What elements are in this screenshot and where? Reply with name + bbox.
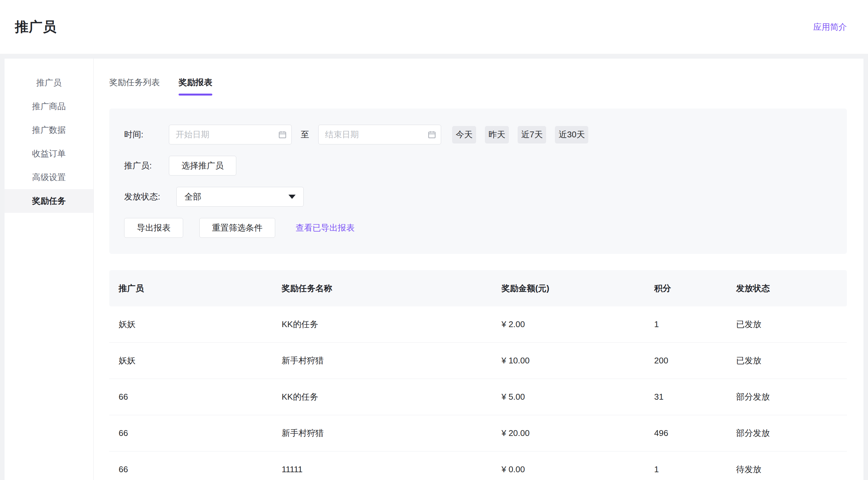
cell-points: 1 <box>645 465 727 475</box>
main-card: 推广员 推广商品 推广数据 收益订单 高级设置 奖励任务 奖励任务列表 奖励报表… <box>4 59 864 480</box>
active-tab-underline <box>179 94 212 96</box>
cell-status: 部分发放 <box>727 391 847 403</box>
cell-task-name: 新手村狩猎 <box>272 427 492 439</box>
cell-amount: ¥ 5.00 <box>492 392 645 402</box>
col-header-promoter: 推广员 <box>109 283 272 294</box>
tab-label: 奖励报表 <box>179 77 212 87</box>
cell-task-name: 11111 <box>272 465 492 475</box>
table-row: 妖妖 新手村狩猎 ¥ 10.00 200 已发放 <box>109 343 847 379</box>
quick-range-30days[interactable]: 近30天 <box>555 126 588 143</box>
calendar-icon <box>278 130 287 139</box>
quick-range-today[interactable]: 今天 <box>452 126 476 143</box>
sidebar-item-promo-goods[interactable]: 推广商品 <box>4 95 93 118</box>
cell-status: 待发放 <box>727 464 847 475</box>
sidebar-item-income-orders[interactable]: 收益订单 <box>4 142 93 166</box>
col-header-amount: 奖励金额(元) <box>492 283 645 294</box>
cell-status: 部分发放 <box>727 427 847 439</box>
cell-task-name: 新手村狩猎 <box>272 355 492 366</box>
sidebar-item-advanced-settings[interactable]: 高级设置 <box>4 166 93 189</box>
time-label: 时间: <box>124 129 169 140</box>
chevron-down-icon <box>288 195 296 199</box>
cell-promoter: 66 <box>109 392 272 402</box>
cell-points: 1 <box>645 319 727 330</box>
filter-row-promoter: 推广员: 选择推广员 <box>124 156 834 176</box>
sidebar-item-promo-data[interactable]: 推广数据 <box>4 118 93 142</box>
cell-points: 31 <box>645 392 727 402</box>
status-select[interactable]: 全部 <box>176 187 304 207</box>
quick-range-7days[interactable]: 近7天 <box>518 126 546 143</box>
cell-promoter: 妖妖 <box>109 319 272 330</box>
page-header: 推广员 应用简介 <box>0 0 868 54</box>
cell-points: 496 <box>645 428 727 438</box>
cell-amount: ¥ 0.00 <box>492 465 645 475</box>
export-report-button[interactable]: 导出报表 <box>124 218 183 238</box>
col-header-task-name: 奖励任务名称 <box>272 283 492 294</box>
tab-label: 奖励任务列表 <box>109 77 160 87</box>
table-row: 妖妖 KK的任务 ¥ 2.00 1 已发放 <box>109 306 847 343</box>
to-label: 至 <box>301 129 309 140</box>
table-header-row: 推广员 奖励任务名称 奖励金额(元) 积分 发放状态 <box>109 270 847 306</box>
table-row: 66 新手村狩猎 ¥ 20.00 496 部分发放 <box>109 415 847 451</box>
col-header-status: 发放状态 <box>727 283 847 294</box>
cell-amount: ¥ 20.00 <box>492 428 645 438</box>
end-date-wrapper <box>318 125 441 144</box>
quick-range-yesterday[interactable]: 昨天 <box>485 126 509 143</box>
filter-row-time: 时间: 至 <box>124 125 834 144</box>
sidebar: 推广员 推广商品 推广数据 收益订单 高级设置 奖励任务 <box>4 59 94 480</box>
cell-promoter: 66 <box>109 428 272 438</box>
cell-amount: ¥ 2.00 <box>492 319 645 330</box>
start-date-input[interactable] <box>169 125 292 144</box>
filter-row-actions: 导出报表 重置筛选条件 查看已导出报表 <box>124 218 834 238</box>
cell-status: 已发放 <box>727 355 847 366</box>
filter-row-status: 发放状态: 全部 <box>124 187 834 207</box>
app-intro-link[interactable]: 应用简介 <box>813 22 847 33</box>
sidebar-item-reward-tasks[interactable]: 奖励任务 <box>4 189 93 213</box>
calendar-icon <box>428 130 436 139</box>
table-row: 66 KK的任务 ¥ 5.00 31 部分发放 <box>109 379 847 415</box>
reset-filters-button[interactable]: 重置筛选条件 <box>199 218 275 238</box>
cell-promoter: 66 <box>109 465 272 475</box>
select-promoter-button[interactable]: 选择推广员 <box>169 156 236 176</box>
promoter-label: 推广员: <box>124 160 169 171</box>
status-select-value: 全部 <box>184 191 201 202</box>
table-row: 66 11111 ¥ 0.00 1 待发放 <box>109 451 847 480</box>
reward-report-table: 推广员 奖励任务名称 奖励金额(元) 积分 发放状态 妖妖 KK的任务 ¥ 2.… <box>109 270 847 480</box>
view-exported-reports-link[interactable]: 查看已导出报表 <box>296 222 354 234</box>
tabs-bar: 奖励任务列表 奖励报表 <box>109 59 847 96</box>
tab-reward-report[interactable]: 奖励报表 <box>179 76 212 96</box>
cell-promoter: 妖妖 <box>109 355 272 366</box>
content-area: 奖励任务列表 奖励报表 时间: 至 <box>94 59 864 480</box>
tab-reward-task-list[interactable]: 奖励任务列表 <box>109 76 160 96</box>
table-body: 妖妖 KK的任务 ¥ 2.00 1 已发放 妖妖 新手村狩猎 ¥ 10.00 2… <box>109 306 847 480</box>
start-date-wrapper <box>169 125 292 144</box>
col-header-points: 积分 <box>645 283 727 294</box>
cell-task-name: KK的任务 <box>272 391 492 403</box>
cell-points: 200 <box>645 356 727 366</box>
filter-panel: 时间: 至 <box>109 108 847 254</box>
sidebar-item-promoter[interactable]: 推广员 <box>4 71 93 95</box>
end-date-input[interactable] <box>318 125 441 144</box>
cell-task-name: KK的任务 <box>272 319 492 330</box>
cell-amount: ¥ 10.00 <box>492 356 645 366</box>
cell-status: 已发放 <box>727 319 847 330</box>
page-title: 推广员 <box>15 18 57 36</box>
status-label: 发放状态: <box>124 191 176 202</box>
